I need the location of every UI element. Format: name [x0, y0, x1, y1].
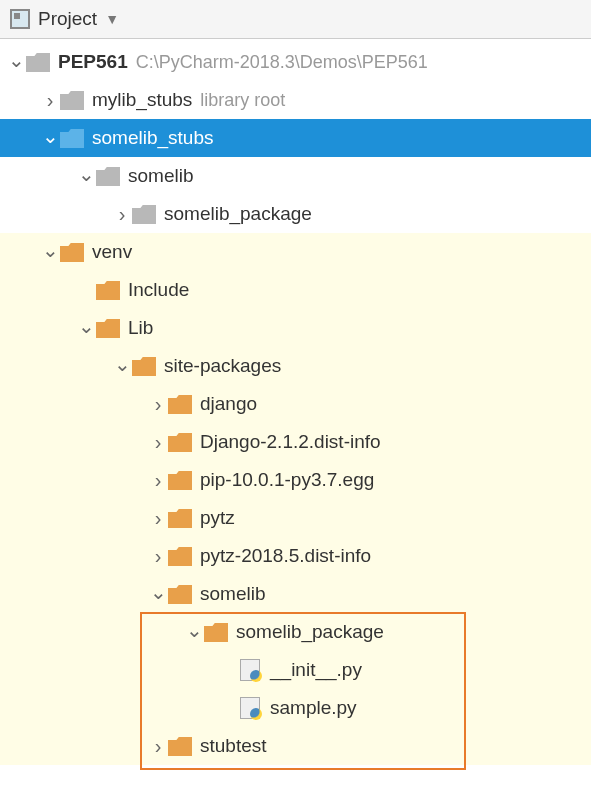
node-label: Lib	[128, 317, 153, 339]
folder-icon	[168, 508, 192, 528]
tree-node-somelib[interactable]: somelib	[0, 157, 591, 195]
tree-node-include[interactable]: Include	[0, 271, 591, 309]
expand-arrow-icon[interactable]	[40, 126, 60, 150]
node-note: library root	[200, 90, 285, 111]
expand-arrow-icon[interactable]	[184, 620, 204, 644]
tree-node-site-packages[interactable]: site-packages	[0, 347, 591, 385]
tree-node-pytz[interactable]: pytz	[0, 499, 591, 537]
expand-arrow-icon[interactable]	[148, 393, 168, 416]
node-label: pytz	[200, 507, 235, 529]
tree-node-somelib-package-venv[interactable]: somelib_package	[0, 613, 591, 651]
folder-icon	[132, 356, 156, 376]
folder-icon	[168, 584, 192, 604]
folder-icon	[168, 546, 192, 566]
tree-node-mylib-stubs[interactable]: mylib_stubs library root	[0, 81, 591, 119]
tree-node-lib[interactable]: Lib	[0, 309, 591, 347]
dropdown-arrow-icon[interactable]: ▼	[105, 11, 119, 27]
node-label: pip-10.0.1-py3.7.egg	[200, 469, 374, 491]
expand-arrow-icon[interactable]	[148, 469, 168, 492]
folder-icon	[168, 470, 192, 490]
folder-icon	[168, 736, 192, 756]
project-tree: PEP561 C:\PyCharm-2018.3\Demos\PEP561 my…	[0, 39, 591, 765]
expand-arrow-icon[interactable]	[112, 203, 132, 226]
tree-node-pytz-dist[interactable]: pytz-2018.5.dist-info	[0, 537, 591, 575]
project-icon	[10, 9, 30, 29]
folder-icon	[96, 280, 120, 300]
folder-icon	[204, 622, 228, 642]
expand-arrow-icon[interactable]	[76, 164, 96, 188]
node-path: C:\PyCharm-2018.3\Demos\PEP561	[136, 52, 428, 73]
project-title[interactable]: Project	[38, 8, 97, 30]
node-label: somelib_stubs	[92, 127, 213, 149]
tree-node-django-dist[interactable]: Django-2.1.2.dist-info	[0, 423, 591, 461]
tree-node-somelib-stubs[interactable]: somelib_stubs	[0, 119, 591, 157]
expand-arrow-icon[interactable]	[40, 240, 60, 264]
tree-node-stubtest[interactable]: stubtest	[0, 727, 591, 765]
tree-node-pip-egg[interactable]: pip-10.0.1-py3.7.egg	[0, 461, 591, 499]
folder-icon	[132, 204, 156, 224]
python-file-icon	[240, 697, 260, 719]
node-label: sample.py	[270, 697, 357, 719]
expand-arrow-icon[interactable]	[148, 431, 168, 454]
node-label: Django-2.1.2.dist-info	[200, 431, 381, 453]
node-label: django	[200, 393, 257, 415]
node-label: somelib_package	[164, 203, 312, 225]
tree-node-somelib-package[interactable]: somelib_package	[0, 195, 591, 233]
node-label: somelib	[128, 165, 193, 187]
node-label: stubtest	[200, 735, 267, 757]
folder-icon	[168, 394, 192, 414]
folder-icon	[26, 52, 50, 72]
node-label: pytz-2018.5.dist-info	[200, 545, 371, 567]
expand-arrow-icon[interactable]	[112, 354, 132, 378]
tree-node-venv[interactable]: venv	[0, 233, 591, 271]
node-label: __init__.py	[270, 659, 362, 681]
folder-icon	[96, 318, 120, 338]
expand-arrow-icon[interactable]	[76, 316, 96, 340]
tree-node-file-sample[interactable]: sample.py	[0, 689, 591, 727]
node-label: mylib_stubs	[92, 89, 192, 111]
node-label: site-packages	[164, 355, 281, 377]
python-file-icon	[240, 659, 260, 681]
folder-icon	[96, 166, 120, 186]
node-label: venv	[92, 241, 132, 263]
node-label: somelib_package	[236, 621, 384, 643]
tree-node-file-init[interactable]: __init__.py	[0, 651, 591, 689]
expand-arrow-icon[interactable]	[148, 582, 168, 606]
tree-node-somelib-venv[interactable]: somelib	[0, 575, 591, 613]
expand-arrow-icon[interactable]	[148, 507, 168, 530]
expand-arrow-icon[interactable]	[40, 89, 60, 112]
tree-node-django[interactable]: django	[0, 385, 591, 423]
expand-arrow-icon[interactable]	[6, 50, 26, 74]
project-tool-header: Project ▼	[0, 0, 591, 39]
folder-icon	[60, 128, 84, 148]
folder-icon	[60, 242, 84, 262]
node-label: Include	[128, 279, 189, 301]
node-label: somelib	[200, 583, 265, 605]
node-label: PEP561	[58, 51, 128, 73]
folder-icon	[168, 432, 192, 452]
folder-icon	[60, 90, 84, 110]
expand-arrow-icon[interactable]	[148, 735, 168, 758]
expand-arrow-icon[interactable]	[148, 545, 168, 568]
tree-node-root[interactable]: PEP561 C:\PyCharm-2018.3\Demos\PEP561	[0, 43, 591, 81]
